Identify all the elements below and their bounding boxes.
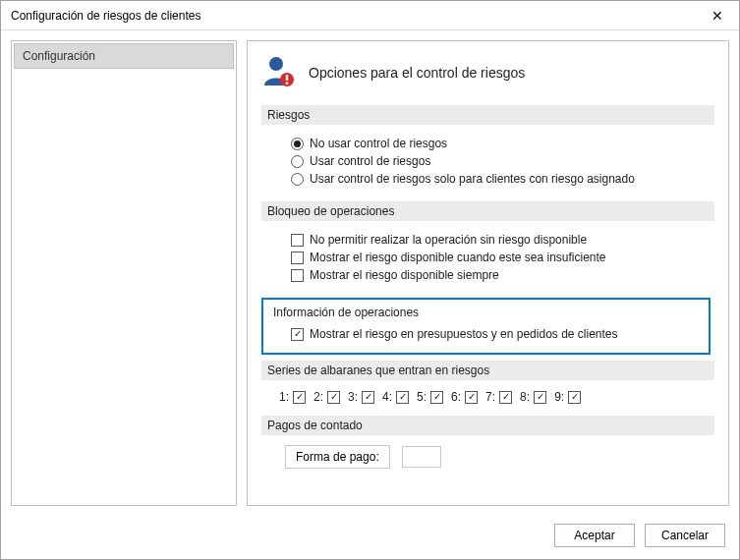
checkbox-icon [291,252,304,264]
user-alert-icon [261,53,297,91]
series-label: 5: [417,390,427,404]
radio-icon [291,138,304,150]
check-no-permitir[interactable]: No permitir realizar la operación sin ri… [291,233,705,247]
close-button[interactable]: ✕ [695,1,739,30]
radio-usar-control[interactable]: Usar control de riesgos [291,154,705,168]
series-item-3[interactable]: 3: [348,390,374,404]
series-label: 6: [451,390,461,404]
checkbox-icon [568,391,581,404]
checkbox-label: Mostrar el riesgo disponible siempre [310,268,499,282]
radio-label: No usar control de riesgos [310,137,447,150]
checkbox-icon [291,269,304,282]
checkbox-icon [396,391,409,404]
svg-rect-3 [286,83,288,84]
checkbox-icon [291,328,304,341]
payment-label: Forma de pago: [296,450,379,464]
close-icon: ✕ [712,8,723,24]
payment-row: Forma de pago: [261,435,714,475]
series-item-2[interactable]: 2: [313,390,340,404]
series-item-6[interactable]: 6: [451,390,478,404]
checkbox-icon [293,391,306,404]
series-label: 2: [313,390,323,404]
payment-input[interactable] [402,446,441,468]
section-title-pagos: Pagos de contado [261,416,714,435]
series-item-8[interactable]: 8: [520,390,546,404]
body-area: Configuración Opciones para el control d… [1,30,739,516]
svg-rect-2 [286,75,288,81]
section-title-bloqueo: Bloqueo de operaciones [261,201,714,221]
content-title: Opciones para el control de riesgos [309,65,525,81]
series-label: 1: [279,390,289,404]
series-item-4[interactable]: 4: [382,390,409,404]
dialog-footer: Aceptar Cancelar [1,516,739,559]
series-label: 9: [554,390,564,404]
radio-icon [291,155,304,168]
content-pane: Opciones para el control de riesgos Ries… [247,40,729,506]
section-title-informacion: Información de operaciones [273,306,699,319]
radio-icon [291,173,304,186]
check-mostrar-siempre[interactable]: Mostrar el riesgo disponible siempre [291,268,705,282]
radio-label: Usar control de riesgos [310,154,430,168]
radio-no-usar-control[interactable]: No usar control de riesgos [291,137,705,150]
check-mostrar-presupuestos[interactable]: Mostrar el riesgo en presupuestos y en p… [291,327,699,341]
checkbox-icon [534,391,546,404]
nav-pane: Configuración [11,40,237,506]
checkbox-icon [291,234,304,247]
radio-usar-control-asignado[interactable]: Usar control de riesgos solo para client… [291,172,705,186]
series-label: 3: [348,390,358,404]
series-item-7[interactable]: 7: [485,390,512,404]
payment-label-box[interactable]: Forma de pago: [285,445,390,469]
section-body-bloqueo: No permitir realizar la operación sin ri… [261,221,714,292]
series-label: 8: [520,390,530,404]
checkbox-icon [327,391,340,404]
checkbox-label: No permitir realizar la operación sin ri… [310,233,587,247]
series-item-1[interactable]: 1: [279,390,306,404]
series-item-9[interactable]: 9: [554,390,581,404]
window-title: Configuración de riesgos de clientes [11,9,200,23]
checkbox-icon [465,391,478,404]
radio-label: Usar control de riesgos solo para client… [310,172,635,186]
checkbox-icon [362,391,374,404]
series-label: 7: [485,390,495,404]
series-item-5[interactable]: 5: [417,390,443,404]
section-title-riesgos: Riesgos [261,105,714,125]
nav-item-label: Configuración [23,49,95,63]
button-label: Cancelar [661,529,709,542]
section-body-riesgos: No usar control de riesgos Usar control … [261,125,714,196]
dialog-window: Configuración de riesgos de clientes ✕ C… [0,0,740,560]
section-informacion-highlight: Información de operaciones Mostrar el ri… [261,298,711,355]
check-mostrar-insuficiente[interactable]: Mostrar el riesgo disponible cuando este… [291,251,705,264]
series-row: 1: 2: 3: 4: 5: [261,380,714,410]
section-title-series: Series de albaranes que entran en riesgo… [261,361,714,380]
button-label: Aceptar [574,529,614,542]
nav-item-configuracion[interactable]: Configuración [14,43,234,69]
svg-point-0 [269,57,283,71]
content-header: Opciones para el control de riesgos [261,53,714,91]
cancel-button[interactable]: Cancelar [645,524,725,547]
checkbox-label: Mostrar el riesgo en presupuestos y en p… [310,327,618,341]
ok-button[interactable]: Aceptar [554,524,635,547]
series-label: 4: [382,390,392,404]
checkbox-icon [430,391,443,404]
titlebar: Configuración de riesgos de clientes ✕ [1,1,739,30]
checkbox-icon [499,391,512,404]
checkbox-label: Mostrar el riesgo disponible cuando este… [310,251,606,264]
